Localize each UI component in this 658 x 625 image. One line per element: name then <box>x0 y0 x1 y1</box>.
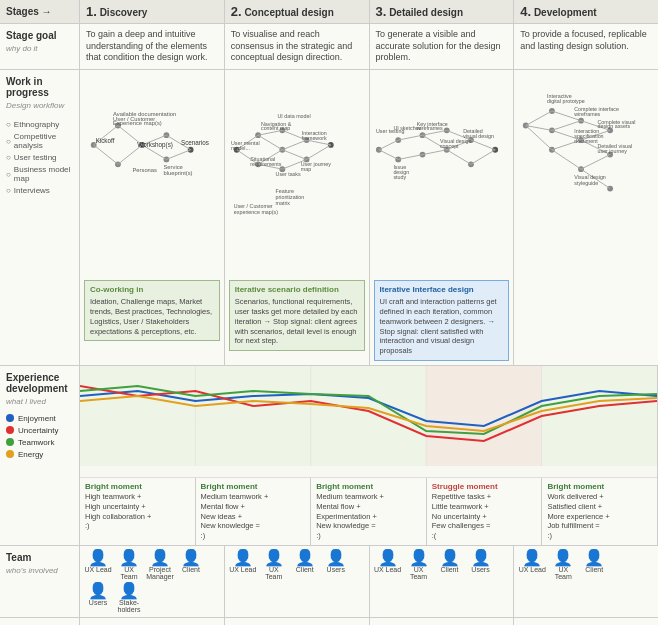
touchpoint-cell-4: 👤 ☎ <box>514 618 658 625</box>
team-member: 👤 UX Team <box>549 550 577 580</box>
svg-line-74 <box>398 135 422 140</box>
svg-text:Workshop(s): Workshop(s) <box>137 141 173 149</box>
stage-goal-label: Stage goal why do it <box>0 24 80 69</box>
moments-strip: Bright moment High teamwork + High uncer… <box>80 477 657 545</box>
svg-line-78 <box>422 150 446 155</box>
svg-text:visual design: visual design <box>463 133 494 139</box>
svg-text:Kickoff: Kickoff <box>96 137 115 144</box>
stage-2-header: 2. Conceptual design <box>225 0 370 23</box>
svg-text:content map: content map <box>261 125 290 131</box>
svg-line-73 <box>378 150 397 160</box>
svg-text:Experience map(s): Experience map(s) <box>113 120 162 126</box>
team-member: 👤 Users <box>84 583 112 613</box>
team-member: 👤 Client <box>580 550 608 580</box>
coworking-highlight: Co-working in Ideation, Challenge maps, … <box>84 280 220 341</box>
svg-text:matrix: matrix <box>275 200 290 206</box>
work-in-progress-row: Work in progress Design workflow Ethnogr… <box>0 70 658 366</box>
svg-text:Scenarios: Scenarios <box>181 139 209 146</box>
goal-4: To provide a focused, replicable and las… <box>514 24 658 69</box>
svg-line-116 <box>581 155 610 170</box>
work-cell-1: Available documentation User / Customer … <box>80 70 225 365</box>
moment-2: Bright moment Medium teamwork + Mental f… <box>196 478 312 545</box>
svg-line-112 <box>552 150 581 169</box>
team-member: 👤 UX Lead <box>229 550 257 580</box>
team-member: 👤 UX Lead <box>84 550 112 580</box>
team-member: 👤 Stake-holders <box>115 583 143 613</box>
svg-point-104 <box>607 186 613 192</box>
team-label: Team who's involved <box>0 546 80 617</box>
workflow-interviews: Interviews <box>6 186 73 195</box>
svg-text:document: document <box>574 138 598 144</box>
team-row: Team who's involved 👤 UX Lead 👤 UX Team … <box>0 546 658 618</box>
work-cell-3: User testing UI sketches Key interface w… <box>370 70 515 365</box>
goal-2: To visualise and reach consensus in the … <box>225 24 370 69</box>
svg-text:digital prototype: digital prototype <box>547 98 585 104</box>
chart-legend: Enjoyment Uncertainty Teamwork Energy <box>6 414 73 459</box>
team-cell-2: 👤 UX Lead 👤 UX Team 👤 Client 👤 Users <box>225 546 370 617</box>
team-member: 👤 Project Manager <box>146 550 174 580</box>
svg-line-8 <box>94 145 118 164</box>
team-member: 👤 Users <box>467 550 495 580</box>
svg-line-14 <box>166 150 190 160</box>
svg-text:requirements: requirements <box>250 161 281 167</box>
svg-line-36 <box>258 135 282 150</box>
svg-text:concept: concept <box>439 143 458 149</box>
team-member: 👤 UX Team <box>405 550 433 580</box>
svg-line-72 <box>378 140 397 150</box>
moment-1: Bright moment High teamwork + High uncer… <box>80 478 196 545</box>
team-member: 👤 UX Lead <box>518 550 546 580</box>
touchpoint-cell-1: 👤 ✉ ☎ <box>80 618 225 625</box>
svg-text:study: study <box>393 174 406 180</box>
work-cell-2: User mental model... Navigation & conten… <box>225 70 370 365</box>
work-label: Work in progress Design workflow Ethnogr… <box>0 70 80 365</box>
conceptual-diagram: User mental model... Navigation & conten… <box>229 74 365 274</box>
iterative-interface-highlight: Iterative Interface design UI craft and … <box>374 280 510 361</box>
stage-goal-row: Stage goal why do it To gain a deep and … <box>0 24 658 70</box>
team-cell-3: 👤 UX Lead 👤 UX Team 👤 Client 👤 Users <box>370 546 515 617</box>
team-cell-4: 👤 UX Lead 👤 UX Team 👤 Client <box>514 546 658 617</box>
experience-development-row: Experience development what I lived Enjo… <box>0 366 658 546</box>
team-member: 👤 Client <box>291 550 319 580</box>
svg-text:user journey: user journey <box>598 148 628 154</box>
goal-3: To generate a visible and accurate solut… <box>370 24 515 69</box>
workflow-ethnography: Ethnography <box>6 120 73 129</box>
svg-line-41 <box>282 150 306 160</box>
goal-1: To gain a deep and intuitive understandi… <box>80 24 225 69</box>
team-member: 👤 Users <box>322 550 350 580</box>
team-member: 👤 UX Team <box>260 550 288 580</box>
workflow-competitive: Competitive analysis <box>6 132 73 150</box>
legend-uncertainty: Uncertainty <box>6 426 73 435</box>
legend-energy: Energy <box>6 450 73 459</box>
experience-chart-area: Bright moment High teamwork + High uncer… <box>80 366 658 545</box>
touchpoint-row: Touchpoint presented mediums 👤 ✉ ☎ ☎ ✉ 👤… <box>0 618 658 625</box>
iterative-scenario-highlight: Iterative scenario definition Scenarios,… <box>229 280 365 351</box>
experience-chart <box>80 366 657 466</box>
legend-teamwork: Teamwork <box>6 438 73 447</box>
svg-text:framework: framework <box>301 135 326 141</box>
touchpoint-cell-3: ✉ 👤 <box>370 618 515 625</box>
workflow-list: Ethnography Competitive analysis User te… <box>6 120 73 195</box>
legend-enjoyment: Enjoyment <box>6 414 73 423</box>
touchpoint-label: Touchpoint presented mediums <box>0 618 80 625</box>
stages-header: Stages → 1. Discovery 2. Conceptual desi… <box>0 0 658 24</box>
detailed-diagram: User testing UI sketches Key interface w… <box>374 74 510 274</box>
stage-4-header: 4. Development <box>514 0 658 23</box>
team-cell-1: 👤 UX Lead 👤 UX Team 👤 Project Manager 👤 … <box>80 546 225 617</box>
svg-line-83 <box>470 150 494 165</box>
touchpoint-cell-2: ☎ ✉ 👤 ☎ <box>225 618 370 625</box>
discovery-diagram: Available documentation User / Customer … <box>84 74 220 274</box>
workflow-usertesting: User testing <box>6 153 73 162</box>
team-member: 👤 Client <box>436 550 464 580</box>
svg-text:styleguide: styleguide <box>574 180 598 186</box>
svg-text:Personas: Personas <box>132 167 157 173</box>
svg-line-82 <box>470 140 494 150</box>
svg-line-40 <box>282 140 306 150</box>
chart-container <box>80 366 657 477</box>
moment-5: Bright moment Work delivered + Satisfied… <box>542 478 657 545</box>
stages-label: Stages → <box>0 0 80 23</box>
development-diagram: Interactive digital prototype Complete i… <box>518 74 654 274</box>
moment-4: Struggle moment Repetitive tasks + Littl… <box>427 478 543 545</box>
work-cell-4: Interactive digital prototype Complete i… <box>514 70 658 365</box>
svg-line-105 <box>526 111 552 126</box>
team-member: 👤 UX Lead <box>374 550 402 580</box>
